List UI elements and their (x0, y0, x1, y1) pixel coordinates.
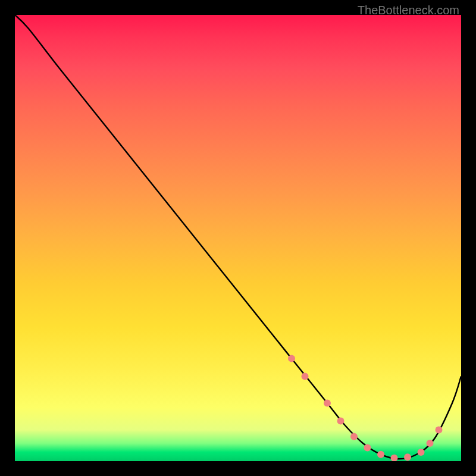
gradient-background (15, 15, 461, 461)
attribution-text: TheBottleneck.com (358, 4, 459, 17)
bottleneck-chart: TheBottleneck.com (0, 0, 476, 476)
